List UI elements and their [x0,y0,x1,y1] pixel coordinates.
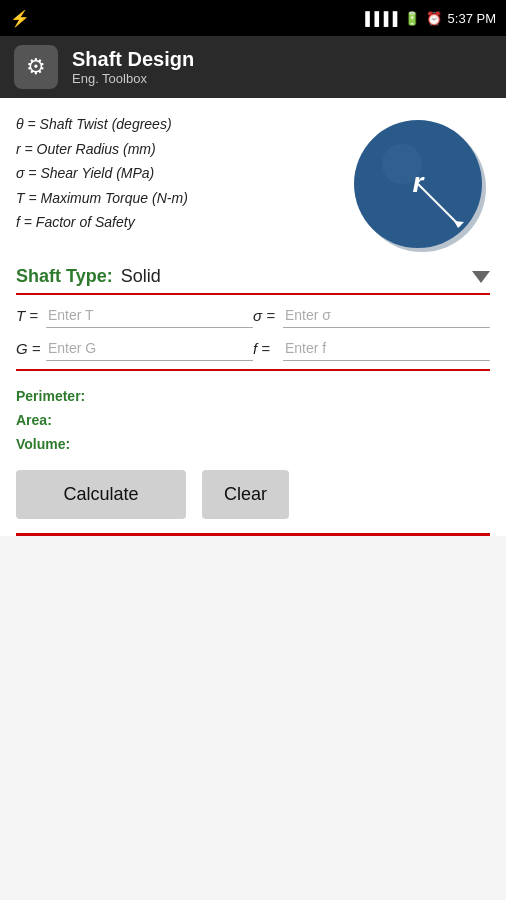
app-icon: ⚙ [14,45,58,89]
alarm-icon: ⏰ [426,11,442,26]
shaft-type-value: Solid [121,266,161,287]
time-display: 5:37 PM [448,11,496,26]
input-grid: T = σ = G = f = [16,303,490,361]
f-input[interactable] [283,336,490,361]
results-section: Perimeter: Area: Volume: [16,377,490,460]
main-content: θ = Shaft Twist (degrees) r = Outer Radi… [0,98,506,536]
gear-icon: ⚙ [26,54,46,80]
T-input[interactable] [46,303,253,328]
shaft-type-label: Shaft Type: [16,266,113,287]
shaft-type-row[interactable]: Shaft Type: Solid [16,266,490,287]
formula-list: θ = Shaft Twist (degrees) r = Outer Radi… [16,112,188,235]
volume-result: Volume: [16,433,490,457]
sigma-input-cell: σ = [253,303,490,328]
clear-button[interactable]: Clear [202,470,289,519]
perimeter-result: Perimeter: [16,385,490,409]
sigma-label: σ = [253,307,279,324]
T-input-cell: T = [16,303,253,328]
bottom-divider [16,533,490,536]
sigma-input[interactable] [283,303,490,328]
middle-divider [16,369,490,371]
formula-T: T = Maximum Torque (N-m) [16,186,188,211]
f-label: f = [253,340,279,357]
formula-theta: θ = Shaft Twist (degrees) [16,112,188,137]
G-label: G = [16,340,42,357]
T-label: T = [16,307,42,324]
formula-f: f = Factor of Safety [16,210,188,235]
title-bar: ⚙ Shaft Design Eng. Toolbox [0,36,506,98]
top-divider [16,293,490,295]
signal-icon: ▐▐▐▐ [361,11,398,26]
G-input[interactable] [46,336,253,361]
formula-sigma: σ = Shear Yield (MPa) [16,161,188,186]
usb-icon: ⚡ [10,9,30,28]
G-input-cell: G = [16,336,253,361]
formulas-section: θ = Shaft Twist (degrees) r = Outer Radi… [16,112,490,256]
area-result: Area: [16,409,490,433]
calculate-button[interactable]: Calculate [16,470,186,519]
dropdown-arrow-icon[interactable] [472,271,490,283]
app-name: Shaft Design [72,48,194,71]
shaft-diagram: r [350,116,490,256]
battery-icon: 🔋 [404,11,420,26]
formula-r: r = Outer Radius (mm) [16,137,188,162]
status-bar: ⚡ ▐▐▐▐ 🔋 ⏰ 5:37 PM [0,0,506,36]
f-input-cell: f = [253,336,490,361]
button-row: Calculate Clear [16,460,490,533]
app-subtitle: Eng. Toolbox [72,71,194,86]
